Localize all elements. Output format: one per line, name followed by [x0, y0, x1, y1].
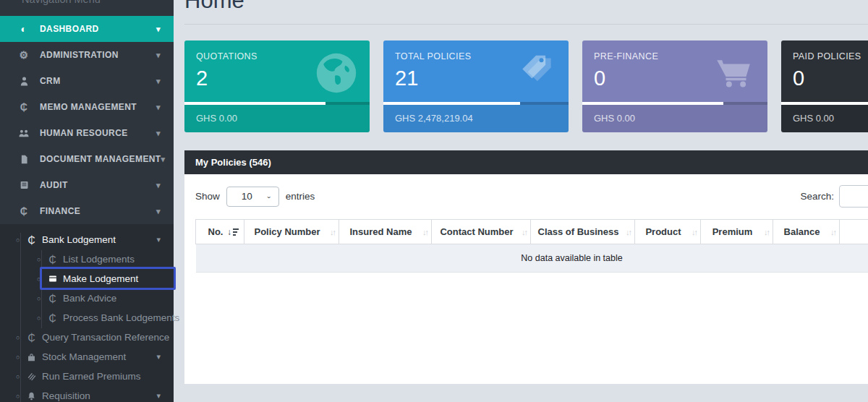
search-control: Search:	[800, 185, 868, 208]
submenu-item-make-lodgement[interactable]: ○ Make Lodgement	[0, 269, 174, 288]
submenu-item-query-transaction-reference[interactable]: ○ ₵ Query Transaction Reference	[0, 328, 174, 347]
circle-bullet-icon: ○	[37, 295, 46, 302]
caret-down-icon: ▾	[156, 129, 161, 138]
chevron-down-icon: ⌄	[265, 193, 271, 200]
circle-bullet-icon: ○	[16, 393, 25, 400]
sidebar-item-document-management[interactable]: DOCUMENT MANAGEMENT ▾	[0, 146, 174, 172]
entries-select[interactable]: 10 ⌄	[226, 187, 279, 207]
submenu-item-label: Run Earned Premiums	[42, 371, 161, 382]
sidebar: Navigation Menu ◐ DASHBOARD ▾ ⚙ ADMINIST…	[0, 0, 174, 402]
window-icon	[46, 274, 59, 283]
caret-down-icon: ▾	[156, 51, 161, 60]
column-header-product[interactable]: Product ↓↑	[635, 220, 701, 244]
sidebar-item-label: MEMO MANAGEMENT	[40, 102, 156, 112]
card-pre-finance[interactable]: PRE-FINANCE 0 GHS 0.00	[582, 40, 767, 132]
caret-down-icon: ▾	[156, 391, 161, 401]
sort-ascending-icon: ↓	[227, 227, 239, 237]
cedi-icon: ₵	[25, 332, 38, 343]
search-input[interactable]	[839, 185, 868, 208]
sidebar-item-label: DASHBOARD	[40, 24, 156, 34]
users-icon	[17, 128, 30, 139]
sidebar-item-finance[interactable]: ₵ FINANCE ▾	[0, 198, 174, 224]
sidebar-item-crm[interactable]: CRM ▾	[0, 68, 174, 94]
main-content: Home QUOTATIONS 2 GHS 0.00 TOTAL POLIC	[174, 0, 868, 402]
sidebar-item-human-resource[interactable]: HUMAN RESOURCE ▾	[0, 120, 174, 146]
empty-table-message: No data available in table	[196, 244, 868, 273]
sidebar-item-label: FINANCE	[40, 206, 156, 216]
card-paid-policies[interactable]: PAID POLICIES 0 GHS 0.00	[781, 40, 868, 132]
column-header-contact-number[interactable]: Contact Number ↓↑	[432, 220, 531, 244]
cedi-icon: ₵	[46, 254, 59, 265]
sidebar-item-dashboard[interactable]: ◐ DASHBOARD ▾	[0, 16, 174, 42]
submenu-item-bank-lodgement[interactable]: ○ ₵ Bank Lodgement ▾	[0, 230, 174, 249]
column-header-balance[interactable]: Balance ↓↑	[773, 220, 840, 244]
cart-icon	[712, 51, 756, 95]
caret-down-icon: ▾	[156, 207, 161, 216]
submenu-item-process-bank-lodgements[interactable]: ○ ₵ Process Bank Lodgements	[0, 308, 174, 328]
cedi-icon: ₵	[46, 293, 59, 304]
card-footer-amount: GHS 0.00	[582, 105, 767, 132]
column-header-insured-name[interactable]: Insured Name ↓↑	[339, 220, 432, 244]
sidebar-item-memo-management[interactable]: ₵ MEMO MANAGEMENT ▾	[0, 94, 174, 120]
cedi-icon: ₵	[17, 205, 30, 217]
card-footer-amount: GHS 0.00	[781, 105, 868, 132]
submenu-item-label: List Lodgements	[63, 254, 161, 265]
navigation-menu-label: Navigation Menu	[22, 0, 101, 5]
submenu-item-label: Query Transaction Reference	[42, 332, 169, 343]
caret-down-icon: ▾	[156, 77, 161, 86]
column-label: Product	[645, 226, 681, 237]
submenu-item-label: Process Bank Lodgements	[63, 312, 179, 323]
sidebar-item-label: CRM	[40, 76, 156, 86]
page-length-control: Show 10 ⌄ entries	[195, 187, 315, 207]
book-icon	[17, 180, 30, 190]
entries-select-value: 10	[242, 191, 252, 202]
circle-bullet-icon: ○	[37, 275, 46, 283]
column-header-class-of-business[interactable]: Class of Business ↓↑	[531, 220, 635, 244]
diagonal-waves-icon	[25, 372, 38, 381]
dashboard-icon: ◐	[17, 23, 30, 35]
summary-cards: QUOTATIONS 2 GHS 0.00 TOTAL POLICIES 21	[184, 40, 868, 132]
sort-both-icon: ↓↑	[330, 228, 335, 236]
table-controls: Show 10 ⌄ entries Search:	[195, 185, 868, 208]
submenu-item-label: Make Lodgement	[63, 273, 161, 284]
sidebar-item-label: AUDIT	[40, 180, 156, 190]
gear-icon: ⚙	[17, 49, 30, 61]
column-header-status[interactable]: Status ↓↑	[840, 220, 868, 244]
panel-title: My Policies (546)	[184, 150, 868, 174]
column-header-premium[interactable]: Premium ↓↑	[701, 220, 773, 244]
column-label: Contact Number	[440, 226, 513, 237]
sidebar-item-label: ADMINISTRATION	[40, 50, 156, 60]
show-label: Show	[195, 191, 220, 202]
sidebar-item-label: DOCUMENT MANAGEMENT	[40, 154, 161, 164]
column-header-no[interactable]: No. ↓	[196, 220, 244, 244]
column-label: Insured Name	[350, 226, 412, 237]
circle-bullet-icon: ○	[37, 315, 46, 322]
sidebar-item-administration[interactable]: ⚙ ADMINISTRATION ▾	[0, 42, 174, 68]
sidebar-header: Navigation Menu	[0, 0, 174, 16]
sort-both-icon: ↓↑	[422, 228, 427, 236]
card-quotations[interactable]: QUOTATIONS 2 GHS 0.00	[184, 40, 370, 132]
sort-both-icon: ↓↑	[626, 228, 631, 236]
sort-both-icon: ↓↑	[764, 228, 769, 236]
caret-down-icon: ▾	[156, 103, 161, 112]
submenu-item-list-lodgements[interactable]: ○ ₵ List Lodgements	[0, 249, 174, 269]
sidebar-main-menu: ◐ DASHBOARD ▾ ⚙ ADMINISTRATION ▾ CRM ▾ ₵…	[0, 16, 174, 224]
globe-icon	[315, 51, 358, 95]
card-total-policies[interactable]: TOTAL POLICIES 21 GHS 2,478,219.04	[383, 40, 569, 132]
caret-down-icon: ▾	[156, 235, 161, 244]
card-main: PAID POLICIES 0	[781, 40, 868, 102]
caret-down-icon: ▾	[156, 181, 161, 190]
submenu-item-bank-advice[interactable]: ○ ₵ Bank Advice	[0, 288, 174, 308]
submenu-item-stock-management[interactable]: ○ Stock Management ▾	[0, 347, 174, 367]
sidebar-item-audit[interactable]: AUDIT ▾	[0, 172, 174, 198]
submenu-item-requisition[interactable]: ○ Requisition ▾	[0, 386, 174, 402]
column-label: Premium	[712, 226, 753, 237]
submenu-item-run-earned-premiums[interactable]: ○ Run Earned Premiums	[0, 367, 174, 386]
submenu-item-label: Bank Lodgement	[42, 234, 156, 245]
column-header-policy-number[interactable]: Policy Number ↓↑	[244, 220, 339, 244]
submenu-item-label: Stock Management	[42, 351, 156, 362]
card-footer-amount: GHS 2,478,219.04	[383, 105, 569, 132]
title-divider	[184, 24, 868, 25]
caret-down-icon: ▾	[161, 155, 166, 164]
card-footer-amount: GHS 0.00	[184, 105, 370, 132]
